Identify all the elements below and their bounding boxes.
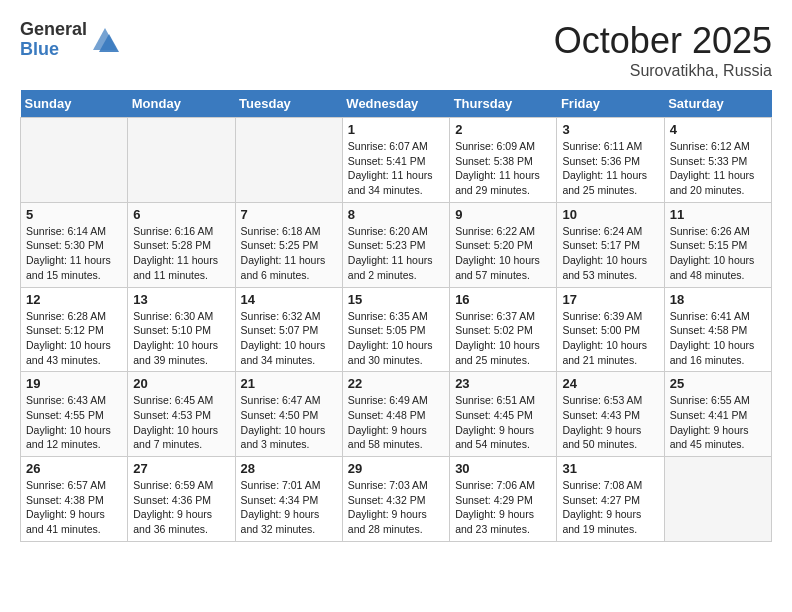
day-info: Sunrise: 6:24 AMSunset: 5:17 PMDaylight:… — [562, 224, 658, 283]
day-number: 21 — [241, 376, 337, 391]
day-info: Sunrise: 7:06 AMSunset: 4:29 PMDaylight:… — [455, 478, 551, 537]
month-title: October 2025 — [554, 20, 772, 62]
day-number: 28 — [241, 461, 337, 476]
day-number: 13 — [133, 292, 229, 307]
day-number: 11 — [670, 207, 766, 222]
calendar-cell: 1Sunrise: 6:07 AMSunset: 5:41 PMDaylight… — [342, 118, 449, 203]
day-number: 10 — [562, 207, 658, 222]
day-number: 6 — [133, 207, 229, 222]
day-info: Sunrise: 6:11 AMSunset: 5:36 PMDaylight:… — [562, 139, 658, 198]
logo-general: General — [20, 20, 87, 40]
subtitle: Surovatikha, Russia — [554, 62, 772, 80]
day-info: Sunrise: 7:03 AMSunset: 4:32 PMDaylight:… — [348, 478, 444, 537]
day-info: Sunrise: 6:20 AMSunset: 5:23 PMDaylight:… — [348, 224, 444, 283]
day-number: 17 — [562, 292, 658, 307]
day-number: 18 — [670, 292, 766, 307]
calendar-cell: 7Sunrise: 6:18 AMSunset: 5:25 PMDaylight… — [235, 202, 342, 287]
calendar-cell: 22Sunrise: 6:49 AMSunset: 4:48 PMDayligh… — [342, 372, 449, 457]
calendar-cell: 21Sunrise: 6:47 AMSunset: 4:50 PMDayligh… — [235, 372, 342, 457]
day-number: 26 — [26, 461, 122, 476]
day-number: 19 — [26, 376, 122, 391]
weekday-header-thursday: Thursday — [450, 90, 557, 118]
calendar-cell: 18Sunrise: 6:41 AMSunset: 4:58 PMDayligh… — [664, 287, 771, 372]
day-info: Sunrise: 6:53 AMSunset: 4:43 PMDaylight:… — [562, 393, 658, 452]
weekday-header-friday: Friday — [557, 90, 664, 118]
day-info: Sunrise: 6:57 AMSunset: 4:38 PMDaylight:… — [26, 478, 122, 537]
calendar-cell: 4Sunrise: 6:12 AMSunset: 5:33 PMDaylight… — [664, 118, 771, 203]
day-info: Sunrise: 6:16 AMSunset: 5:28 PMDaylight:… — [133, 224, 229, 283]
day-number: 30 — [455, 461, 551, 476]
calendar-cell: 24Sunrise: 6:53 AMSunset: 4:43 PMDayligh… — [557, 372, 664, 457]
day-number: 24 — [562, 376, 658, 391]
calendar-cell: 29Sunrise: 7:03 AMSunset: 4:32 PMDayligh… — [342, 457, 449, 542]
title-block: October 2025 Surovatikha, Russia — [554, 20, 772, 80]
calendar-cell: 28Sunrise: 7:01 AMSunset: 4:34 PMDayligh… — [235, 457, 342, 542]
day-number: 27 — [133, 461, 229, 476]
weekday-header-sunday: Sunday — [21, 90, 128, 118]
day-info: Sunrise: 6:07 AMSunset: 5:41 PMDaylight:… — [348, 139, 444, 198]
calendar-cell: 16Sunrise: 6:37 AMSunset: 5:02 PMDayligh… — [450, 287, 557, 372]
calendar-cell: 12Sunrise: 6:28 AMSunset: 5:12 PMDayligh… — [21, 287, 128, 372]
calendar-cell: 14Sunrise: 6:32 AMSunset: 5:07 PMDayligh… — [235, 287, 342, 372]
logo-blue: Blue — [20, 40, 87, 60]
day-info: Sunrise: 6:39 AMSunset: 5:00 PMDaylight:… — [562, 309, 658, 368]
calendar-week-row: 12Sunrise: 6:28 AMSunset: 5:12 PMDayligh… — [21, 287, 772, 372]
day-info: Sunrise: 6:32 AMSunset: 5:07 PMDaylight:… — [241, 309, 337, 368]
day-number: 2 — [455, 122, 551, 137]
day-number: 7 — [241, 207, 337, 222]
day-info: Sunrise: 7:01 AMSunset: 4:34 PMDaylight:… — [241, 478, 337, 537]
day-number: 29 — [348, 461, 444, 476]
calendar-cell: 9Sunrise: 6:22 AMSunset: 5:20 PMDaylight… — [450, 202, 557, 287]
day-info: Sunrise: 6:47 AMSunset: 4:50 PMDaylight:… — [241, 393, 337, 452]
calendar-cell: 10Sunrise: 6:24 AMSunset: 5:17 PMDayligh… — [557, 202, 664, 287]
calendar-cell: 11Sunrise: 6:26 AMSunset: 5:15 PMDayligh… — [664, 202, 771, 287]
weekday-header-monday: Monday — [128, 90, 235, 118]
logo: General Blue — [20, 20, 119, 60]
day-number: 8 — [348, 207, 444, 222]
calendar-cell — [21, 118, 128, 203]
day-info: Sunrise: 6:45 AMSunset: 4:53 PMDaylight:… — [133, 393, 229, 452]
calendar-cell: 26Sunrise: 6:57 AMSunset: 4:38 PMDayligh… — [21, 457, 128, 542]
day-info: Sunrise: 6:18 AMSunset: 5:25 PMDaylight:… — [241, 224, 337, 283]
day-info: Sunrise: 6:37 AMSunset: 5:02 PMDaylight:… — [455, 309, 551, 368]
calendar-cell — [235, 118, 342, 203]
day-number: 1 — [348, 122, 444, 137]
day-number: 16 — [455, 292, 551, 307]
day-number: 9 — [455, 207, 551, 222]
calendar-cell: 8Sunrise: 6:20 AMSunset: 5:23 PMDaylight… — [342, 202, 449, 287]
weekday-header-row: SundayMondayTuesdayWednesdayThursdayFrid… — [21, 90, 772, 118]
calendar-cell: 31Sunrise: 7:08 AMSunset: 4:27 PMDayligh… — [557, 457, 664, 542]
day-number: 4 — [670, 122, 766, 137]
day-number: 23 — [455, 376, 551, 391]
weekday-header-tuesday: Tuesday — [235, 90, 342, 118]
weekday-header-saturday: Saturday — [664, 90, 771, 118]
day-info: Sunrise: 6:43 AMSunset: 4:55 PMDaylight:… — [26, 393, 122, 452]
day-number: 3 — [562, 122, 658, 137]
calendar-cell: 23Sunrise: 6:51 AMSunset: 4:45 PMDayligh… — [450, 372, 557, 457]
logo-icon — [91, 26, 119, 54]
day-number: 20 — [133, 376, 229, 391]
day-number: 22 — [348, 376, 444, 391]
calendar-cell: 17Sunrise: 6:39 AMSunset: 5:00 PMDayligh… — [557, 287, 664, 372]
calendar-week-row: 1Sunrise: 6:07 AMSunset: 5:41 PMDaylight… — [21, 118, 772, 203]
calendar-cell: 3Sunrise: 6:11 AMSunset: 5:36 PMDaylight… — [557, 118, 664, 203]
calendar-cell: 6Sunrise: 6:16 AMSunset: 5:28 PMDaylight… — [128, 202, 235, 287]
calendar-week-row: 19Sunrise: 6:43 AMSunset: 4:55 PMDayligh… — [21, 372, 772, 457]
calendar-cell — [128, 118, 235, 203]
day-number: 14 — [241, 292, 337, 307]
day-number: 5 — [26, 207, 122, 222]
calendar-cell: 19Sunrise: 6:43 AMSunset: 4:55 PMDayligh… — [21, 372, 128, 457]
day-info: Sunrise: 6:12 AMSunset: 5:33 PMDaylight:… — [670, 139, 766, 198]
day-info: Sunrise: 6:26 AMSunset: 5:15 PMDaylight:… — [670, 224, 766, 283]
calendar-table: SundayMondayTuesdayWednesdayThursdayFrid… — [20, 90, 772, 542]
day-number: 12 — [26, 292, 122, 307]
calendar-week-row: 5Sunrise: 6:14 AMSunset: 5:30 PMDaylight… — [21, 202, 772, 287]
calendar-week-row: 26Sunrise: 6:57 AMSunset: 4:38 PMDayligh… — [21, 457, 772, 542]
calendar-cell: 30Sunrise: 7:06 AMSunset: 4:29 PMDayligh… — [450, 457, 557, 542]
calendar-cell: 27Sunrise: 6:59 AMSunset: 4:36 PMDayligh… — [128, 457, 235, 542]
calendar-cell — [664, 457, 771, 542]
calendar-cell: 20Sunrise: 6:45 AMSunset: 4:53 PMDayligh… — [128, 372, 235, 457]
day-number: 15 — [348, 292, 444, 307]
day-info: Sunrise: 6:41 AMSunset: 4:58 PMDaylight:… — [670, 309, 766, 368]
day-info: Sunrise: 6:59 AMSunset: 4:36 PMDaylight:… — [133, 478, 229, 537]
